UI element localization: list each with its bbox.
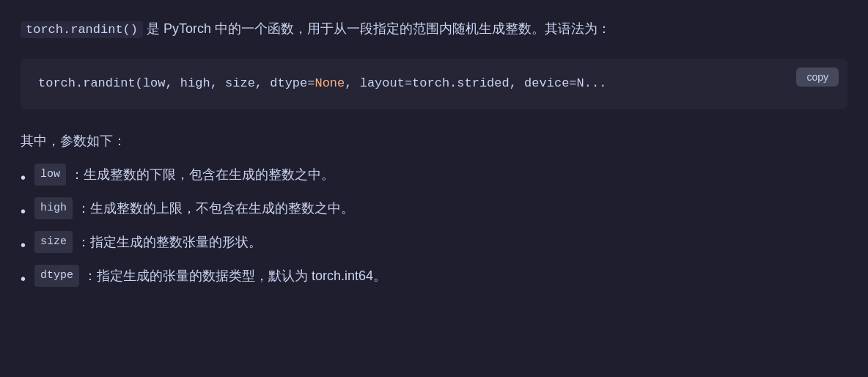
bullet-icon: •	[21, 199, 26, 224]
code-rest: , layout=torch.strided, device=N...	[345, 76, 606, 90]
bullet-icon: •	[21, 266, 26, 291]
param-desc: ：生成整数的下限，包含在生成的整数之中。	[70, 164, 334, 186]
code-highlight-none: None	[315, 76, 345, 90]
bullet-icon: •	[21, 233, 26, 257]
section-title: 其中，参数如下：	[21, 130, 847, 153]
intro-paragraph: torch.randint() 是 PyTorch 中的一个函数，用于从一段指定…	[21, 18, 847, 41]
inline-code-torch-randint: torch.randint()	[21, 21, 143, 38]
bullet-icon: •	[21, 165, 26, 190]
param-desc: ：生成整数的上限，不包含在生成的整数之中。	[77, 197, 354, 220]
param-desc: ：指定生成的张量的数据类型，默认为 torch.int64。	[84, 265, 386, 288]
list-item: •low：生成整数的下限，包含在生成的整数之中。	[21, 164, 847, 190]
param-tag: low	[34, 164, 66, 186]
param-tag: dtype	[34, 265, 79, 287]
code-block-container: torch.randint(low, high, size, dtype=Non…	[21, 59, 847, 109]
params-list: •low：生成整数的下限，包含在生成的整数之中。•high：生成整数的上限，不包…	[21, 164, 847, 291]
param-desc: ：指定生成的整数张量的形状。	[77, 231, 262, 254]
list-item: •high：生成整数的上限，不包含在生成的整数之中。	[21, 197, 847, 224]
code-plain: torch.randint(low, high, size, dtype=	[38, 76, 315, 90]
intro-text: 是 PyTorch 中的一个函数，用于从一段指定的范围内随机生成整数。其语法为：	[143, 21, 611, 36]
param-tag: high	[34, 197, 73, 219]
list-item: •size：指定生成的整数张量的形状。	[21, 231, 847, 257]
param-tag: size	[34, 231, 73, 253]
copy-button[interactable]: copy	[796, 67, 839, 87]
code-block: torch.randint(low, high, size, dtype=Non…	[38, 73, 830, 95]
list-item: •dtype：指定生成的张量的数据类型，默认为 torch.int64。	[21, 265, 847, 291]
